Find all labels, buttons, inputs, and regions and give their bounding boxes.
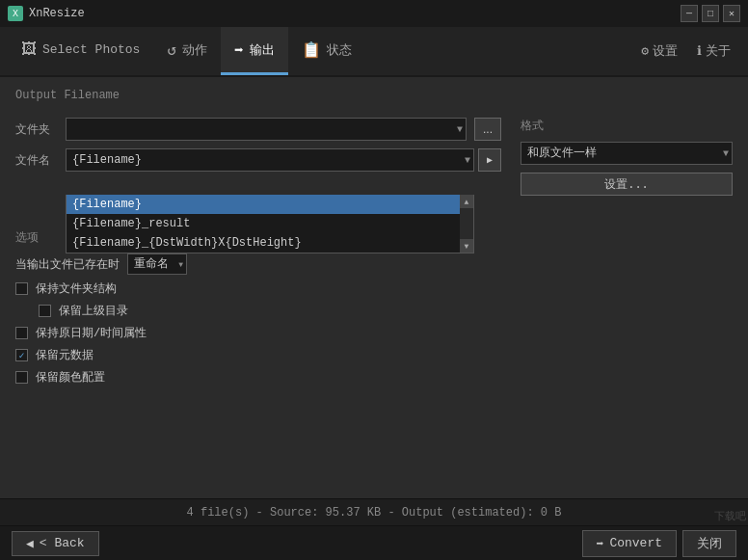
nav-action-label: 动作 (182, 41, 207, 59)
filename-dropdown-list: {Filename} {Filename}_result {Filename}_… (66, 195, 474, 253)
left-column: 文件夹 ▼ ... 文件名 {Filename} ▼ (15, 118, 501, 391)
keep-folder-label: 保持文件夹结构 (36, 280, 117, 297)
format-dropdown-wrapper: 和原文件一样 ▼ (521, 142, 733, 165)
app-title: XnResize (29, 7, 85, 20)
close-window-button[interactable]: ✕ (723, 5, 740, 22)
rename-dropdown-wrapper: 重命名 覆盖 跳过 ▼ (127, 253, 187, 275)
folder-input[interactable] (66, 118, 467, 141)
status-icon: 📋 (302, 40, 321, 60)
app-icon: X (8, 6, 23, 21)
folder-row: 文件夹 ▼ ... (15, 118, 501, 141)
keep-color-label: 保留颜色配置 (36, 369, 105, 386)
nav-status[interactable]: 📋 状态 (288, 27, 365, 75)
nav-output-label: 输出 (250, 41, 275, 59)
about-icon: ℹ (697, 43, 702, 59)
filename-current-value[interactable]: {Filename} (66, 148, 474, 172)
keep-parent-label: 保留上级目录 (59, 303, 128, 319)
folder-dropdown-wrapper: ▼ (66, 118, 467, 141)
convert-label: Convert (609, 536, 662, 550)
scroll-down-button[interactable]: ▼ (460, 239, 473, 253)
nav-about[interactable]: ℹ 关于 (687, 27, 740, 75)
nav-bar: 🖼 Select Photos ↺ 动作 ➡ 输出 📋 状态 ⚙ 设置 ℹ 关于 (0, 27, 748, 77)
maximize-button[interactable]: □ (702, 5, 719, 22)
back-button[interactable]: ◀ < Back (12, 531, 99, 556)
dropdown-scrollbar: ▲ ▼ (460, 195, 473, 253)
folder-label: 文件夹 (15, 121, 58, 138)
watermark: 下载吧 (714, 509, 746, 523)
keep-date-label: 保持原日期/时间属性 (36, 325, 147, 341)
close-button[interactable]: 关闭 (682, 530, 736, 557)
title-bar-left: X XnResize (8, 6, 85, 21)
status-bar: 4 file(s) - Source: 95.37 KB - Output (e… (0, 498, 748, 525)
about-label: 关于 (706, 42, 731, 60)
filename-option-0[interactable]: {Filename} (67, 195, 473, 214)
keep-meta-label: 保留元数据 (36, 347, 94, 363)
filename-dropdown-arrow: ▼ (465, 155, 470, 166)
settings-label: 设置 (653, 42, 678, 60)
filename-input-row: {Filename} ▼ ▶ (66, 148, 501, 172)
format-dropdown[interactable]: 和原文件一样 (521, 142, 733, 165)
bottom-bar: ◀ < Back ➡ Convert 关闭 (0, 525, 748, 560)
nav-select-photos-label: Select Photos (42, 42, 140, 57)
back-icon: ◀ (26, 536, 34, 551)
title-bar: X XnResize ─ □ ✕ (0, 0, 748, 27)
when-exists-label: 当输出文件已存在时 (15, 256, 120, 273)
right-column: 格式 和原文件一样 ▼ 设置... (521, 118, 733, 391)
convert-icon: ➡ (597, 536, 604, 551)
convert-button[interactable]: ➡ Convert (582, 530, 677, 557)
action-icon: ↺ (167, 40, 176, 60)
select-photos-icon: 🖼 (21, 40, 37, 59)
when-exists-row: 当输出文件已存在时 重命名 覆盖 跳过 ▼ (15, 253, 501, 275)
nav-output[interactable]: ➡ 输出 (221, 27, 288, 75)
main-content: Output Filename 文件夹 ▼ ... 文件名 {Fi (0, 77, 748, 403)
keep-date-checkbox[interactable] (15, 327, 28, 339)
format-settings-button[interactable]: 设置... (521, 173, 733, 196)
option-keep-folder: 保持文件夹结构 (15, 280, 501, 297)
nav-select-photos[interactable]: 🖼 Select Photos (8, 27, 153, 75)
filename-option-1[interactable]: {Filename}_result (67, 214, 473, 233)
window-controls: ─ □ ✕ (681, 5, 740, 22)
back-label: < Back (40, 536, 85, 550)
option-keep-date: 保持原日期/时间属性 (15, 325, 501, 341)
filename-row: 文件名 {Filename} ▼ ▶ {Filename} (15, 148, 501, 172)
option-keep-color: 保留颜色配置 (15, 369, 501, 386)
folder-browse-button[interactable]: ... (474, 118, 501, 141)
keep-meta-checkbox[interactable]: ✓ (15, 349, 28, 361)
keep-parent-checkbox[interactable] (39, 305, 51, 317)
status-text: 4 file(s) - Source: 95.37 KB - Output (e… (187, 506, 562, 520)
scroll-up-button[interactable]: ▲ (460, 195, 473, 208)
minimize-button[interactable]: ─ (681, 5, 698, 22)
close-label: 关闭 (697, 535, 722, 552)
filename-label: 文件名 (15, 152, 58, 169)
output-filename-section-label: Output Filename (15, 89, 733, 102)
filename-option-2[interactable]: {Filename}_{DstWidth}X{DstHeight} (67, 233, 473, 253)
format-section-label: 格式 (521, 118, 733, 134)
keep-color-checkbox[interactable] (15, 371, 28, 384)
nav-status-label: 状态 (327, 41, 352, 59)
bottom-right-buttons: ➡ Convert 关闭 (582, 530, 736, 557)
two-col-layout: 文件夹 ▼ ... 文件名 {Filename} ▼ (15, 118, 733, 391)
filename-dropdown-container: {Filename} ▼ ▶ {Filename} {Filename}_res… (66, 148, 501, 172)
nav-settings[interactable]: ⚙ 设置 (631, 27, 687, 75)
option-keep-parent: 保留上级目录 (15, 303, 501, 319)
keep-folder-checkbox[interactable] (15, 282, 28, 295)
output-icon: ➡ (234, 40, 244, 60)
settings-icon: ⚙ (641, 43, 649, 59)
nav-action[interactable]: ↺ 动作 (153, 27, 221, 75)
rename-dropdown[interactable]: 重命名 覆盖 跳过 (127, 253, 187, 275)
option-keep-meta: ✓ 保留元数据 (15, 347, 501, 363)
filename-input-wrapper: {Filename} ▼ (66, 148, 474, 172)
filename-play-button[interactable]: ▶ (478, 148, 501, 172)
